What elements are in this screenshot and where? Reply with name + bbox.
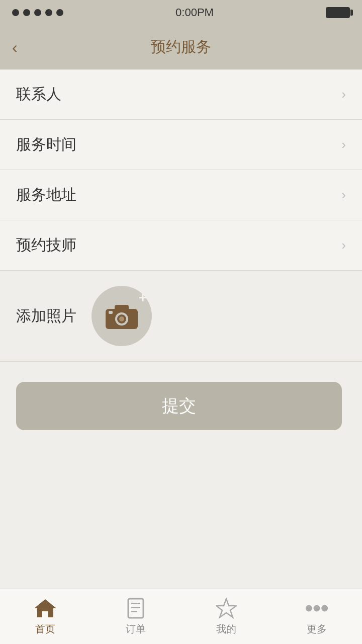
- tab-home-label: 首页: [35, 622, 55, 636]
- tab-home[interactable]: 首页: [5, 597, 85, 636]
- tab-more-label: 更多: [307, 622, 327, 636]
- back-button[interactable]: ‹: [12, 39, 18, 55]
- chevron-right-icon: ›: [341, 87, 346, 102]
- submit-area: 提交: [0, 362, 362, 450]
- plus-icon: +: [139, 291, 147, 305]
- page-title: 预约服务: [151, 37, 211, 57]
- svg-point-14: [321, 605, 328, 612]
- more-icon: [305, 597, 329, 619]
- signal-dots: [12, 9, 63, 16]
- signal-dot: [56, 9, 63, 16]
- submit-button[interactable]: 提交: [16, 382, 342, 430]
- svg-rect-5: [109, 311, 113, 314]
- book-technician-row[interactable]: 预约技师 ›: [0, 220, 362, 271]
- battery-icon: [326, 7, 350, 18]
- chevron-right-icon: ›: [341, 137, 346, 152]
- add-photo-button[interactable]: +: [92, 286, 152, 346]
- tab-orders[interactable]: 订单: [96, 597, 176, 636]
- svg-marker-11: [216, 599, 236, 617]
- svg-point-4: [119, 316, 124, 321]
- svg-point-13: [314, 605, 320, 612]
- camera-icon: [104, 301, 140, 331]
- book-technician-label: 预约技师: [16, 235, 76, 256]
- chevron-right-icon: ›: [341, 237, 346, 253]
- svg-rect-8: [131, 603, 140, 604]
- home-icon: [33, 597, 57, 619]
- service-address-row[interactable]: 服务地址 ›: [0, 170, 362, 220]
- photo-label: 添加照片: [16, 306, 76, 327]
- signal-dot: [34, 9, 41, 16]
- service-address-label: 服务地址: [16, 185, 76, 205]
- tab-bar: 首页 订单 我的 更多: [0, 589, 362, 644]
- svg-rect-1: [115, 305, 129, 312]
- tab-orders-label: 订单: [126, 622, 146, 636]
- signal-dot: [23, 9, 30, 16]
- service-time-label: 服务时间: [16, 134, 76, 155]
- svg-marker-6: [34, 599, 56, 617]
- mine-icon: [214, 597, 238, 619]
- svg-point-12: [306, 605, 312, 612]
- signal-dot: [45, 9, 52, 16]
- svg-rect-10: [131, 611, 137, 612]
- status-bar: 0:00PM: [0, 0, 362, 25]
- photo-section: 添加照片 +: [0, 271, 362, 362]
- tab-mine-label: 我的: [216, 622, 236, 636]
- signal-dot: [12, 9, 19, 16]
- header: ‹ 预约服务: [0, 25, 362, 69]
- service-time-row[interactable]: 服务时间 ›: [0, 120, 362, 170]
- contact-row[interactable]: 联系人 ›: [0, 69, 362, 120]
- status-time: 0:00PM: [175, 6, 214, 19]
- chevron-right-icon: ›: [341, 187, 346, 203]
- tab-mine[interactable]: 我的: [186, 597, 266, 636]
- svg-rect-9: [131, 607, 140, 608]
- orders-icon: [124, 597, 148, 619]
- form-list: 联系人 › 服务时间 › 服务地址 › 预约技师 ›: [0, 69, 362, 271]
- tab-more[interactable]: 更多: [277, 597, 357, 636]
- contact-label: 联系人: [16, 84, 61, 105]
